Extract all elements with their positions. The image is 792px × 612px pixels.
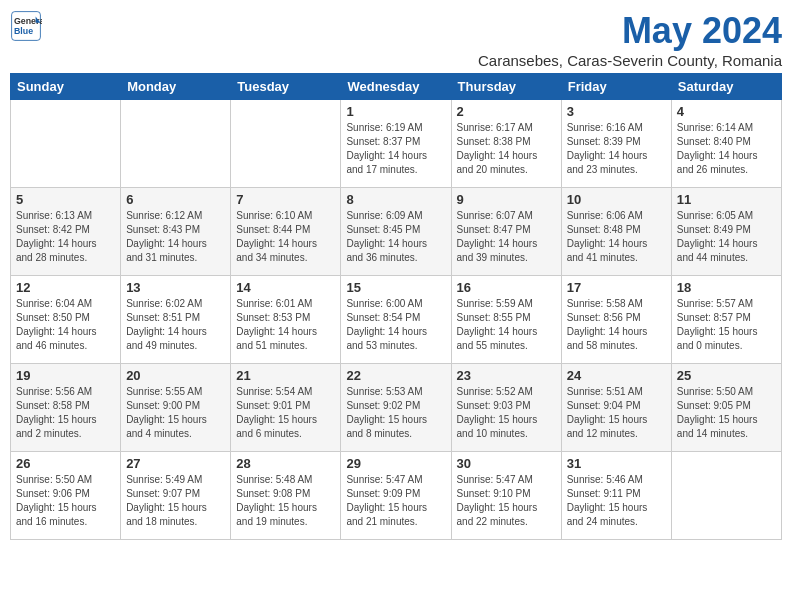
month-title: May 2024 (478, 10, 782, 52)
day-info: Sunrise: 5:54 AM Sunset: 9:01 PM Dayligh… (236, 385, 335, 441)
day-number: 28 (236, 456, 335, 471)
calendar-week-1: 1Sunrise: 6:19 AM Sunset: 8:37 PM Daylig… (11, 100, 782, 188)
header-wednesday: Wednesday (341, 74, 451, 100)
calendar-cell: 20Sunrise: 5:55 AM Sunset: 9:00 PM Dayli… (121, 364, 231, 452)
day-number: 1 (346, 104, 445, 119)
calendar-cell: 12Sunrise: 6:04 AM Sunset: 8:50 PM Dayli… (11, 276, 121, 364)
calendar-cell: 3Sunrise: 6:16 AM Sunset: 8:39 PM Daylig… (561, 100, 671, 188)
calendar-cell: 23Sunrise: 5:52 AM Sunset: 9:03 PM Dayli… (451, 364, 561, 452)
calendar-cell: 4Sunrise: 6:14 AM Sunset: 8:40 PM Daylig… (671, 100, 781, 188)
calendar-cell: 19Sunrise: 5:56 AM Sunset: 8:58 PM Dayli… (11, 364, 121, 452)
page-header: General Blue May 2024 Caransebes, Caras-… (10, 10, 782, 69)
calendar-cell: 31Sunrise: 5:46 AM Sunset: 9:11 PM Dayli… (561, 452, 671, 540)
day-info: Sunrise: 6:14 AM Sunset: 8:40 PM Dayligh… (677, 121, 776, 177)
calendar-cell: 2Sunrise: 6:17 AM Sunset: 8:38 PM Daylig… (451, 100, 561, 188)
header-friday: Friday (561, 74, 671, 100)
calendar-week-5: 26Sunrise: 5:50 AM Sunset: 9:06 PM Dayli… (11, 452, 782, 540)
day-number: 17 (567, 280, 666, 295)
day-number: 3 (567, 104, 666, 119)
calendar-cell: 21Sunrise: 5:54 AM Sunset: 9:01 PM Dayli… (231, 364, 341, 452)
day-number: 4 (677, 104, 776, 119)
calendar-cell: 14Sunrise: 6:01 AM Sunset: 8:53 PM Dayli… (231, 276, 341, 364)
day-info: Sunrise: 6:16 AM Sunset: 8:39 PM Dayligh… (567, 121, 666, 177)
calendar-cell: 1Sunrise: 6:19 AM Sunset: 8:37 PM Daylig… (341, 100, 451, 188)
day-number: 16 (457, 280, 556, 295)
calendar-cell: 5Sunrise: 6:13 AM Sunset: 8:42 PM Daylig… (11, 188, 121, 276)
day-info: Sunrise: 5:49 AM Sunset: 9:07 PM Dayligh… (126, 473, 225, 529)
calendar-cell: 24Sunrise: 5:51 AM Sunset: 9:04 PM Dayli… (561, 364, 671, 452)
calendar-cell: 30Sunrise: 5:47 AM Sunset: 9:10 PM Dayli… (451, 452, 561, 540)
day-number: 13 (126, 280, 225, 295)
day-info: Sunrise: 5:57 AM Sunset: 8:57 PM Dayligh… (677, 297, 776, 353)
calendar-cell: 10Sunrise: 6:06 AM Sunset: 8:48 PM Dayli… (561, 188, 671, 276)
day-number: 15 (346, 280, 445, 295)
day-number: 29 (346, 456, 445, 471)
day-info: Sunrise: 5:58 AM Sunset: 8:56 PM Dayligh… (567, 297, 666, 353)
day-number: 20 (126, 368, 225, 383)
day-info: Sunrise: 6:12 AM Sunset: 8:43 PM Dayligh… (126, 209, 225, 265)
day-info: Sunrise: 6:05 AM Sunset: 8:49 PM Dayligh… (677, 209, 776, 265)
day-info: Sunrise: 6:07 AM Sunset: 8:47 PM Dayligh… (457, 209, 556, 265)
day-number: 7 (236, 192, 335, 207)
calendar-cell: 25Sunrise: 5:50 AM Sunset: 9:05 PM Dayli… (671, 364, 781, 452)
day-number: 22 (346, 368, 445, 383)
day-info: Sunrise: 5:47 AM Sunset: 9:09 PM Dayligh… (346, 473, 445, 529)
header-sunday: Sunday (11, 74, 121, 100)
calendar-cell: 27Sunrise: 5:49 AM Sunset: 9:07 PM Dayli… (121, 452, 231, 540)
calendar-cell: 7Sunrise: 6:10 AM Sunset: 8:44 PM Daylig… (231, 188, 341, 276)
day-info: Sunrise: 5:51 AM Sunset: 9:04 PM Dayligh… (567, 385, 666, 441)
calendar-cell: 8Sunrise: 6:09 AM Sunset: 8:45 PM Daylig… (341, 188, 451, 276)
day-number: 26 (16, 456, 115, 471)
day-number: 14 (236, 280, 335, 295)
calendar-cell (121, 100, 231, 188)
calendar-cell (11, 100, 121, 188)
day-info: Sunrise: 6:17 AM Sunset: 8:38 PM Dayligh… (457, 121, 556, 177)
day-number: 11 (677, 192, 776, 207)
day-info: Sunrise: 6:10 AM Sunset: 8:44 PM Dayligh… (236, 209, 335, 265)
day-info: Sunrise: 5:46 AM Sunset: 9:11 PM Dayligh… (567, 473, 666, 529)
day-number: 8 (346, 192, 445, 207)
svg-text:Blue: Blue (14, 26, 33, 36)
day-number: 6 (126, 192, 225, 207)
day-number: 25 (677, 368, 776, 383)
day-number: 9 (457, 192, 556, 207)
day-number: 27 (126, 456, 225, 471)
header-saturday: Saturday (671, 74, 781, 100)
calendar-week-2: 5Sunrise: 6:13 AM Sunset: 8:42 PM Daylig… (11, 188, 782, 276)
day-number: 19 (16, 368, 115, 383)
day-number: 5 (16, 192, 115, 207)
calendar-cell: 16Sunrise: 5:59 AM Sunset: 8:55 PM Dayli… (451, 276, 561, 364)
header-thursday: Thursday (451, 74, 561, 100)
calendar-week-3: 12Sunrise: 6:04 AM Sunset: 8:50 PM Dayli… (11, 276, 782, 364)
day-info: Sunrise: 5:47 AM Sunset: 9:10 PM Dayligh… (457, 473, 556, 529)
day-number: 24 (567, 368, 666, 383)
logo: General Blue (10, 10, 42, 42)
day-info: Sunrise: 5:48 AM Sunset: 9:08 PM Dayligh… (236, 473, 335, 529)
calendar-cell: 18Sunrise: 5:57 AM Sunset: 8:57 PM Dayli… (671, 276, 781, 364)
day-number: 23 (457, 368, 556, 383)
day-number: 18 (677, 280, 776, 295)
calendar-cell (671, 452, 781, 540)
logo-icon: General Blue (10, 10, 42, 42)
calendar-cell: 17Sunrise: 5:58 AM Sunset: 8:56 PM Dayli… (561, 276, 671, 364)
day-number: 21 (236, 368, 335, 383)
calendar-cell: 13Sunrise: 6:02 AM Sunset: 8:51 PM Dayli… (121, 276, 231, 364)
day-number: 10 (567, 192, 666, 207)
day-info: Sunrise: 6:04 AM Sunset: 8:50 PM Dayligh… (16, 297, 115, 353)
calendar-cell: 15Sunrise: 6:00 AM Sunset: 8:54 PM Dayli… (341, 276, 451, 364)
calendar-cell (231, 100, 341, 188)
day-info: Sunrise: 5:59 AM Sunset: 8:55 PM Dayligh… (457, 297, 556, 353)
calendar-cell: 28Sunrise: 5:48 AM Sunset: 9:08 PM Dayli… (231, 452, 341, 540)
subtitle: Caransebes, Caras-Severin County, Romani… (478, 52, 782, 69)
calendar-cell: 9Sunrise: 6:07 AM Sunset: 8:47 PM Daylig… (451, 188, 561, 276)
day-info: Sunrise: 6:01 AM Sunset: 8:53 PM Dayligh… (236, 297, 335, 353)
day-info: Sunrise: 5:56 AM Sunset: 8:58 PM Dayligh… (16, 385, 115, 441)
day-info: Sunrise: 6:06 AM Sunset: 8:48 PM Dayligh… (567, 209, 666, 265)
calendar-cell: 11Sunrise: 6:05 AM Sunset: 8:49 PM Dayli… (671, 188, 781, 276)
header-monday: Monday (121, 74, 231, 100)
title-area: May 2024 Caransebes, Caras-Severin Count… (478, 10, 782, 69)
day-info: Sunrise: 6:00 AM Sunset: 8:54 PM Dayligh… (346, 297, 445, 353)
day-info: Sunrise: 6:02 AM Sunset: 8:51 PM Dayligh… (126, 297, 225, 353)
calendar-cell: 26Sunrise: 5:50 AM Sunset: 9:06 PM Dayli… (11, 452, 121, 540)
day-info: Sunrise: 5:53 AM Sunset: 9:02 PM Dayligh… (346, 385, 445, 441)
